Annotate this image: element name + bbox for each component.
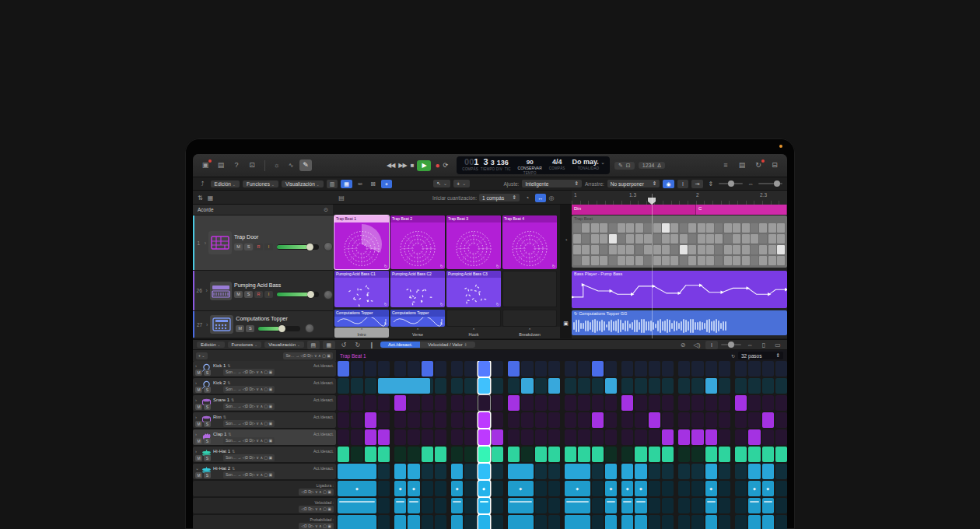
step-off[interactable] <box>678 361 690 377</box>
step-off[interactable] <box>678 378 690 394</box>
step-off[interactable] <box>535 395 547 411</box>
step-off[interactable] <box>408 412 419 428</box>
step-off[interactable] <box>338 412 349 428</box>
step-off[interactable] <box>508 378 520 394</box>
step-on[interactable] <box>408 498 419 513</box>
link-icon[interactable]: ∞ <box>355 178 366 190</box>
step-on[interactable] <box>578 447 590 462</box>
row-disclosure-icon[interactable]: › <box>195 432 200 436</box>
step-on[interactable] <box>451 498 463 513</box>
step-off[interactable] <box>605 447 617 462</box>
step-off[interactable] <box>492 361 503 377</box>
bar-ruler[interactable]: 11.322.3 <box>572 191 787 205</box>
step-off[interactable] <box>592 481 604 496</box>
editor-menu-visualizacion[interactable]: Visualización ⌄ <box>264 342 304 348</box>
step-off[interactable] <box>365 378 376 394</box>
track-r-button[interactable]: R <box>254 243 263 250</box>
row-mute-button[interactable]: M <box>195 455 202 461</box>
step-on[interactable] <box>621 498 633 513</box>
editor-zoom-slider[interactable] <box>721 344 741 345</box>
back-icon[interactable]: ⤴ <box>198 178 208 190</box>
step-off[interactable] <box>691 498 703 513</box>
step-on[interactable] <box>565 498 590 513</box>
step-off[interactable] <box>592 498 604 513</box>
step-off[interactable] <box>621 412 633 428</box>
step-off[interactable] <box>649 515 660 529</box>
step-off[interactable] <box>775 481 787 496</box>
step-on[interactable] <box>565 447 576 462</box>
help-icon[interactable]: ? <box>230 159 243 171</box>
step-on[interactable] <box>621 464 633 479</box>
pane-wide-icon[interactable]: ▭ <box>772 339 783 351</box>
lcd-display[interactable]: 001 3 3 136 COMPÁS TIEMPO DIV TIC 90 CON… <box>457 156 610 174</box>
step-on[interactable] <box>705 464 717 479</box>
pattern-view-icon[interactable]: ▤ <box>307 341 320 349</box>
step-off[interactable] <box>565 429 576 445</box>
step-off[interactable] <box>535 481 547 496</box>
step-on[interactable] <box>338 447 349 462</box>
step-off[interactable] <box>662 361 674 377</box>
step-off[interactable] <box>435 378 446 394</box>
loop-cell-pumping-acid-bass-c3[interactable]: Pumping Acid Bass C3↻ <box>446 271 501 307</box>
step-off[interactable] <box>422 515 433 529</box>
step-on[interactable] <box>705 515 717 529</box>
step-on[interactable] <box>635 498 646 513</box>
track-pan-knob[interactable] <box>324 290 333 300</box>
loop-cell-trap-beat-1[interactable]: Trap Beat 1↻ <box>334 215 389 269</box>
step-off[interactable] <box>451 429 463 445</box>
seq-row-steps[interactable] <box>338 515 787 529</box>
step-on[interactable]: ◆ <box>408 481 419 496</box>
step-off[interactable] <box>365 361 376 377</box>
step-on[interactable]: ◆ <box>762 481 774 496</box>
track-i-button[interactable]: I <box>264 291 273 298</box>
step-on[interactable]: ◆ <box>635 481 646 496</box>
step-off[interactable] <box>775 429 787 445</box>
step-off[interactable] <box>705 361 717 377</box>
seq-row-header-kick-2[interactable]: ›Kick 2⇅Act./desact.MSSon… → ◁D D▷ ∨ ∧ ▢… <box>193 378 336 394</box>
step-off[interactable] <box>635 378 646 394</box>
pencil-icon[interactable]: ✎ <box>618 163 623 169</box>
region-automation[interactable]: Bass Player - Pump Bass <box>572 271 787 308</box>
track-level-meter[interactable] <box>277 292 319 297</box>
step-off[interactable] <box>775 498 787 513</box>
step-on[interactable] <box>394 464 406 479</box>
step-off[interactable] <box>565 395 576 411</box>
step-on[interactable] <box>508 361 520 377</box>
mute-steps-icon[interactable]: ⊘ <box>677 339 688 351</box>
step-off[interactable] <box>762 378 774 394</box>
step-off[interactable] <box>422 429 433 445</box>
step-off[interactable] <box>719 429 730 445</box>
track-pan-knob[interactable] <box>305 324 314 333</box>
step-on[interactable] <box>662 429 674 445</box>
step-off[interactable] <box>719 395 730 411</box>
step-off[interactable] <box>662 481 674 496</box>
step-off[interactable] <box>394 361 406 377</box>
step-off[interactable] <box>435 481 446 496</box>
step-off[interactable] <box>678 395 690 411</box>
redo-icon[interactable]: ↻ <box>352 339 363 351</box>
step-off[interactable] <box>775 378 787 394</box>
step-on[interactable] <box>521 378 533 394</box>
step-off[interactable] <box>649 378 660 394</box>
play-button[interactable]: ▶ <box>417 160 431 171</box>
step-off[interactable] <box>338 429 349 445</box>
secondary-tool-select[interactable]: + ⌄ <box>453 180 469 187</box>
row-controls[interactable]: Son… → ◁D D▷ ∨ ∧ ▢ ▣ <box>223 369 275 376</box>
loop-cell-pumping-acid-bass-c2[interactable]: Pumping Acid Bass C2↻ <box>390 271 445 307</box>
autoscroll-button[interactable]: ⇥ <box>691 180 702 188</box>
add-row-button[interactable]: + ⌄ <box>196 352 208 359</box>
step-off[interactable] <box>394 447 406 462</box>
step-off[interactable] <box>762 429 774 445</box>
track-level-meter[interactable] <box>277 244 319 250</box>
mode-onoff-button[interactable]: Act./desact. <box>380 342 420 348</box>
step-off[interactable] <box>365 395 376 411</box>
seq-row-steps[interactable] <box>338 395 787 411</box>
step-on[interactable] <box>592 447 604 462</box>
menu-funciones[interactable]: Funciones ⌄ <box>243 180 278 187</box>
step-off[interactable] <box>521 412 533 428</box>
step-on[interactable] <box>605 464 617 479</box>
step-on[interactable] <box>762 498 774 513</box>
row-disclosure-icon[interactable]: › <box>195 398 200 402</box>
step-on[interactable] <box>338 498 376 513</box>
step-on[interactable] <box>478 378 490 394</box>
